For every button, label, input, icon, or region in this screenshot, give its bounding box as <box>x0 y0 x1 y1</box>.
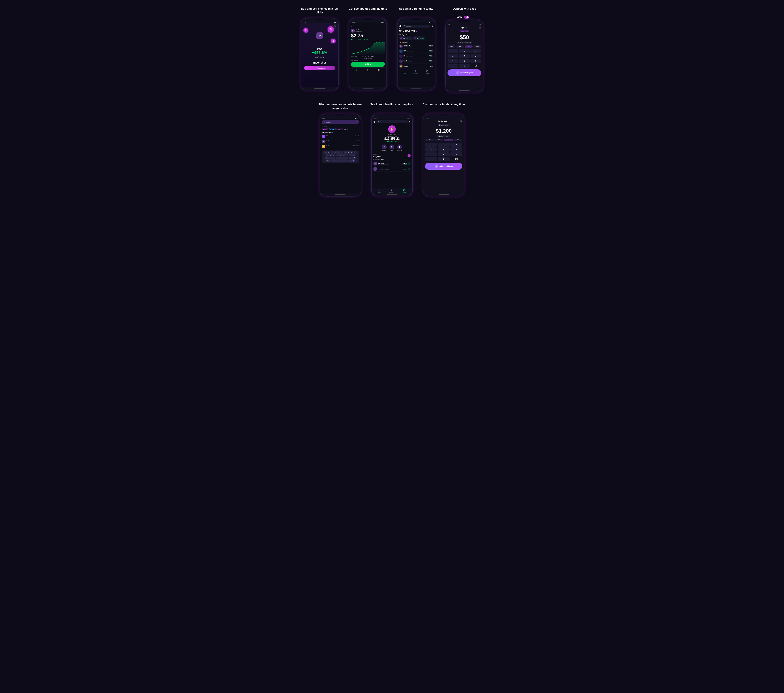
key-4[interactable]: 4 <box>448 54 458 58</box>
nav-home-6[interactable]: ⌂ Home <box>378 189 380 193</box>
wkey-8[interactable]: 8 <box>438 152 450 156</box>
key-123[interactable]: 123 <box>325 159 330 162</box>
key-period[interactable]: . <box>348 159 351 162</box>
discover-search-bar[interactable]: ← Search <box>322 120 359 124</box>
tf-1d[interactable]: 1D <box>358 56 361 57</box>
tf-3m[interactable]: 3M <box>367 56 370 57</box>
market-bonk[interactable]: B Bonk $2.4B MKT CAP $0.0000255 ▲ 17.27% <box>322 144 359 149</box>
withdraw-action[interactable]: ⬆ Withdraw <box>397 145 402 151</box>
trending-item-popcat[interactable]: 🐱 POPCAT $1.31 <box>399 64 433 69</box>
nav-holdings-6[interactable]: ◧ Holdings <box>402 189 406 193</box>
key-e[interactable]: e <box>331 151 334 154</box>
wqa-50[interactable]: $50 <box>444 139 453 141</box>
key-w[interactable]: w <box>327 151 330 154</box>
back-arrow-5[interactable]: ← <box>323 121 325 123</box>
key-u[interactable]: u <box>344 151 347 154</box>
trending-item-chillguy[interactable]: 🐕 CHILLGUY $555M MKT CAP $0.556 ▲ 8.06% <box>399 44 433 49</box>
key-p[interactable]: p <box>354 151 356 154</box>
wkey-del[interactable]: ⌫ <box>450 157 462 161</box>
qa-40[interactable]: $40 <box>456 45 464 48</box>
holding-peanut[interactable]: 🐿 Peanut the Squirrel $138.89 ↑ <box>373 166 411 172</box>
key-shift[interactable]: ⇧ <box>324 157 329 159</box>
nav-home[interactable]: ⌂ Home <box>355 69 358 72</box>
wkey-3[interactable]: 3 <box>450 143 462 147</box>
nav-home-3[interactable]: ⌂ Home <box>403 70 406 74</box>
key-a[interactable]: a <box>326 154 329 156</box>
wkey-5[interactable]: 5 <box>438 148 450 151</box>
swipe-withdraw-button[interactable]: » Swipe to Withdraw <box>425 163 462 170</box>
key-3[interactable]: 3 <box>470 49 481 53</box>
key-v[interactable]: v <box>339 157 342 159</box>
key-z[interactable]: z <box>329 157 332 159</box>
qa-30[interactable]: $30 <box>448 45 455 48</box>
trending-item-s1[interactable]: 1 $1 $63.7M MKT CAP $0.0537 ▲ 145.48% <box>399 54 433 59</box>
nav-rewards-6[interactable]: ★ Rewards <box>389 189 394 193</box>
key-r[interactable]: r <box>334 151 337 154</box>
wkey-6[interactable]: 6 <box>450 148 462 151</box>
key-t[interactable]: t <box>337 151 340 154</box>
swipe-deposit-button[interactable]: » Swipe to Deposit <box>448 69 481 76</box>
trending-item-ubc[interactable]: U UBC $93.1M MKT CAP $0.0931 ▲ 367.27% <box>399 49 433 54</box>
market-wif[interactable]: 🐕 $WIF $2.7B MKT CAP $2.68 ▲ 1.05% <box>322 139 359 144</box>
key-x[interactable]: x <box>332 157 335 159</box>
tf-1m[interactable]: 1M <box>364 56 367 57</box>
tf-max[interactable]: MAX <box>371 56 374 57</box>
settings-icon-6[interactable]: ⚙ <box>409 121 411 123</box>
wqa-30[interactable]: $30 <box>425 139 434 141</box>
key-g[interactable]: g <box>339 154 342 156</box>
settings-icon[interactable]: ⚙ <box>432 25 433 27</box>
key-i[interactable]: i <box>347 151 350 154</box>
key-d[interactable]: d <box>332 154 335 156</box>
search-bar[interactable]: 🔍 Search <box>402 25 430 28</box>
wkey-7[interactable]: 7 <box>425 152 437 156</box>
withdraw-close[interactable]: ✕ <box>460 120 462 122</box>
key-space[interactable] <box>331 159 348 162</box>
back-arrow[interactable]: ← <box>351 25 353 27</box>
key-l[interactable]: l <box>352 154 355 156</box>
wkey-2[interactable]: 2 <box>438 143 450 147</box>
key-2[interactable]: 2 <box>459 49 470 53</box>
key-c[interactable]: c <box>336 157 339 159</box>
wqa-40[interactable]: $40 <box>435 139 443 141</box>
key-j[interactable]: j <box>346 154 348 156</box>
key-h[interactable]: h <box>342 154 345 156</box>
key-s[interactable]: s <box>329 154 332 156</box>
key-f[interactable]: f <box>336 154 339 156</box>
key-y[interactable]: y <box>341 151 343 154</box>
tf-live[interactable]: LIVE <box>351 56 354 57</box>
card-pill[interactable]: 💳 Credit/Debit Card ▾ <box>456 41 472 44</box>
key-q[interactable]: q <box>324 151 327 154</box>
tag-ti[interactable]: Ti <box>343 128 348 130</box>
key-b[interactable]: b <box>342 157 345 159</box>
wkey-9[interactable]: 9 <box>450 152 462 156</box>
deposit-action[interactable]: ⬇ Deposit <box>382 145 387 151</box>
key-n[interactable]: n <box>346 157 348 159</box>
visa-toggle[interactable] <box>464 16 469 19</box>
key-6[interactable]: 6 <box>470 54 481 58</box>
tag-ai[interactable]: AI <box>336 128 342 130</box>
key-dot[interactable]: . <box>448 64 458 68</box>
send-action[interactable]: ➤ Send <box>389 145 394 151</box>
key-1[interactable]: 1 <box>448 49 458 53</box>
holdings-search-bar[interactable]: 🔍 Search <box>377 120 408 123</box>
tf-1w[interactable]: 1W <box>361 56 364 57</box>
wkey-dot[interactable]: . <box>425 157 437 161</box>
qa-50[interactable]: $50 <box>465 45 473 48</box>
key-del[interactable]: ⌫ <box>470 64 481 68</box>
gainer-s1[interactable]: $1 ▲ 145.48% <box>413 36 425 40</box>
qa-100[interactable]: $100 <box>473 45 481 48</box>
tag-cats[interactable]: Cats <box>329 128 336 130</box>
trending-item-goat[interactable]: 🐐 GOAT $887M MKT CAP $0.897 ▲ 3.50% <box>399 59 433 64</box>
key-0[interactable]: 0 <box>459 64 470 68</box>
discover-search-input[interactable]: Search <box>326 122 357 123</box>
nav-holdings-3[interactable]: ◧ Holdings <box>425 70 429 74</box>
key-7[interactable]: 7 <box>448 59 458 63</box>
key-8[interactable]: 8 <box>459 59 470 63</box>
holding-moodeng[interactable]: 🦛 Moo Deng 1,297.99 MOODENG $510.16 ▲ 18… <box>373 161 411 166</box>
wqa-100[interactable]: $100 <box>453 139 462 141</box>
tf-4h[interactable]: 4H <box>355 56 357 57</box>
buy-button[interactable]: ● Buy <box>351 62 385 67</box>
key-5[interactable]: 5 <box>459 54 470 58</box>
wkey-0[interactable]: 0 <box>438 157 450 161</box>
key-9[interactable]: 9 <box>470 59 481 63</box>
